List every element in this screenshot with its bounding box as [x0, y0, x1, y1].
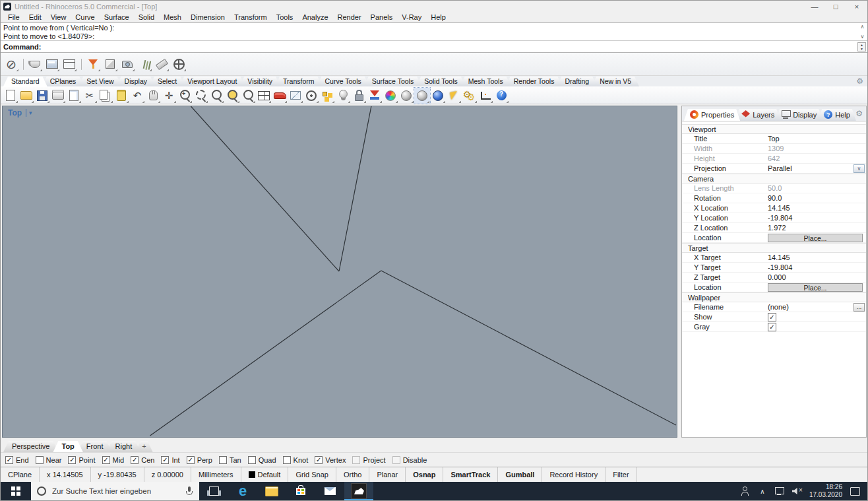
toolbar-tab[interactable]: Transform [275, 77, 322, 86]
osnap-checkbox[interactable]: ✓ [161, 456, 169, 464]
toolbar-tab[interactable]: Mesh Tools [460, 77, 511, 86]
property-value[interactable]: 1.972 [768, 224, 865, 232]
volume-muted-icon[interactable] [792, 486, 801, 496]
menu-item[interactable]: File [3, 13, 24, 21]
viewport-curve[interactable] [381, 271, 676, 425]
osnap-checkbox[interactable]: ✓ [352, 456, 360, 464]
vray-render-icon[interactable] [27, 56, 43, 72]
separator[interactable] [78, 56, 84, 72]
command-input[interactable] [41, 41, 857, 52]
osnap-toggle[interactable]: ✓ Near [36, 456, 62, 464]
network-icon[interactable] [775, 486, 784, 496]
vray-target-icon[interactable] [171, 56, 187, 72]
taskbar-search[interactable]: Zur Suche Text hier eingeben [31, 482, 199, 500]
osnap-checkbox[interactable]: ✓ [315, 456, 323, 464]
viewport-tab[interactable]: Right [107, 441, 141, 452]
osnap-checkbox[interactable]: ✓ [248, 456, 256, 464]
taskbar-clock[interactable]: 18:26 17.03.2020 [809, 483, 842, 499]
file-explorer-icon[interactable] [257, 482, 286, 500]
osnap-toggle[interactable]: ✓ Tan [219, 456, 241, 464]
object-color-icon[interactable] [383, 88, 398, 104]
vray-frame-buffer-icon[interactable] [61, 56, 77, 72]
menu-item[interactable]: Dimension [186, 13, 230, 21]
toolbar-tab[interactable]: Visibility [239, 77, 280, 86]
status-cell[interactable]: Record History [542, 467, 605, 482]
separator[interactable] [20, 56, 26, 72]
shaded-viewport-icon[interactable] [414, 88, 430, 104]
menu-item[interactable]: Mesh [159, 13, 186, 21]
zoom-selected-icon[interactable] [224, 88, 240, 104]
panel-tab[interactable]: Help [818, 109, 856, 121]
vray-material-editor-icon[interactable] [85, 56, 101, 72]
osnap-checkbox[interactable]: ✓ [36, 456, 44, 464]
viewport-top[interactable]: Top ▾ [2, 106, 677, 438]
osnap-checkbox[interactable]: ✓ [187, 456, 195, 464]
property-value[interactable]: Top [768, 135, 865, 143]
osnap-toggle[interactable]: ✓ End [5, 456, 29, 464]
named-view-icon[interactable] [272, 88, 288, 104]
menu-item[interactable]: Solid [134, 13, 159, 21]
osnap-toggle[interactable]: ✓ Knot [283, 456, 309, 464]
menu-item[interactable]: Help [426, 13, 450, 21]
status-cell[interactable]: CPlane [1, 467, 40, 482]
property-value[interactable]: 0.000 [768, 273, 865, 281]
edge-icon[interactable]: e [228, 482, 257, 500]
panel-tab[interactable]: Display [776, 109, 822, 121]
status-cell[interactable]: x 14.14505 [40, 467, 90, 482]
dropdown-arrow-icon[interactable]: ∨ [853, 164, 865, 173]
osnap-toggle[interactable]: ✓ Perp [187, 456, 212, 464]
zoom-dynamic-icon[interactable] [193, 88, 208, 104]
osnap-checkbox[interactable]: ✓ [131, 456, 139, 464]
property-value[interactable]: 14.145 [768, 204, 865, 212]
viewport-tab[interactable]: Top [53, 441, 82, 452]
menu-item[interactable]: Edit [24, 13, 46, 21]
task-view-icon[interactable] [199, 482, 228, 500]
minimize-button[interactable]: — [804, 1, 825, 12]
status-cell[interactable]: Osnap [406, 467, 443, 482]
menu-item[interactable]: Tools [272, 13, 298, 21]
toolbar-tab[interactable]: New in V5 [592, 77, 639, 86]
paste-icon[interactable] [113, 88, 129, 104]
viewport-menu-arrow-icon[interactable]: ▾ [29, 110, 32, 116]
cplane-icon[interactable] [288, 88, 303, 104]
status-cell[interactable]: SmartTrack [443, 467, 498, 482]
export-icon[interactable] [66, 88, 82, 104]
edit-layers-icon[interactable] [367, 88, 383, 104]
status-cell[interactable]: Gumball [498, 467, 542, 482]
print-icon[interactable] [50, 88, 66, 104]
property-value[interactable]: 642 [768, 154, 865, 162]
osnap-checkbox[interactable]: ✓ [68, 456, 76, 464]
circle-center-icon[interactable] [303, 88, 319, 104]
people-icon[interactable] [741, 486, 750, 496]
property-value[interactable]: 14.145 [768, 253, 865, 261]
menu-item[interactable]: Analyze [297, 13, 332, 21]
zoom-extents-icon[interactable] [240, 88, 256, 104]
checkbox[interactable]: ✓ [768, 313, 776, 321]
osnap-toggle[interactable]: ✓ Mid [102, 456, 125, 464]
osnap-toggle[interactable]: ✓ Cen [131, 456, 154, 464]
lock-objects-icon[interactable] [351, 88, 367, 104]
property-value[interactable]: 50.0 [768, 184, 865, 192]
save-icon[interactable] [34, 88, 50, 104]
vray-fur-icon[interactable] [137, 56, 152, 72]
status-cell[interactable]: Filter [605, 467, 636, 482]
vray-displacement-icon[interactable] [102, 56, 118, 72]
panel-tab[interactable]: Layers [735, 109, 780, 121]
options-icon[interactable]: ⚙ [462, 88, 478, 104]
store-icon[interactable] [286, 482, 315, 500]
status-cell[interactable]: Grid Snap [288, 467, 336, 482]
toolbar-tab[interactable]: Standard [3, 77, 47, 86]
property-value[interactable]: 1309 [768, 145, 865, 152]
viewport-curve[interactable] [339, 106, 371, 271]
status-cell[interactable]: Planar [369, 467, 406, 482]
help-icon-toolbar[interactable]: ? [493, 88, 509, 104]
toolbar-tab[interactable]: Viewport Layout [179, 77, 245, 86]
osnap-toggle[interactable]: ✓ Project [352, 456, 385, 464]
menu-item[interactable]: Render [333, 13, 366, 21]
status-cell[interactable]: Ortho [336, 467, 370, 482]
menu-item[interactable]: Curve [71, 13, 99, 21]
cut-icon[interactable]: ✂ [82, 88, 98, 104]
hidden-icons-chevron[interactable]: ∧ [758, 486, 767, 496]
status-cell[interactable]: z 0.00000 [144, 467, 191, 482]
rotate-view-icon[interactable]: ✛ [161, 88, 177, 104]
